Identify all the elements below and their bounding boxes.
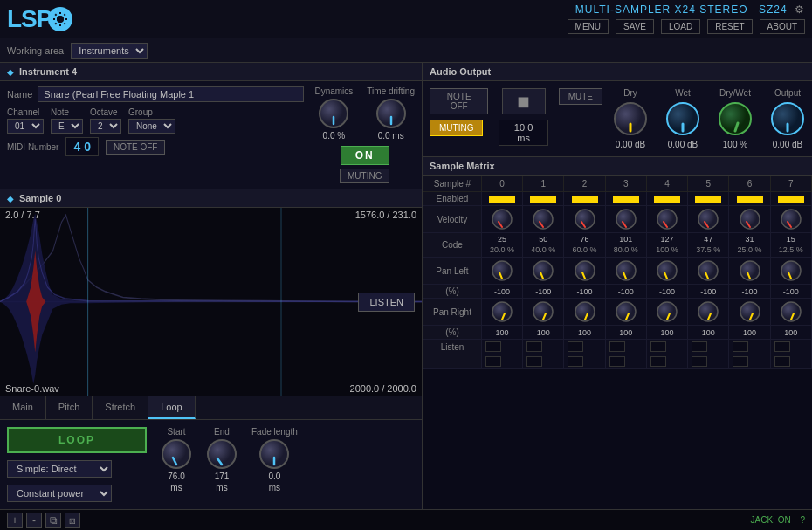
pr-knob-1[interactable] [532, 300, 554, 323]
name-input[interactable] [38, 86, 304, 102]
vel-0[interactable] [481, 206, 522, 233]
paste-button[interactable]: ⧈ [65, 513, 80, 528]
enabled-1[interactable] [523, 192, 564, 206]
save-button[interactable]: SAVE [616, 19, 654, 34]
enabled-3[interactable] [605, 192, 646, 206]
end-knob[interactable] [206, 438, 237, 470]
listen-5[interactable] [688, 340, 729, 354]
pl-3[interactable] [605, 258, 646, 285]
tab-stretch[interactable]: Stretch [93, 396, 148, 419]
vel-4[interactable] [646, 206, 687, 233]
wet-knob[interactable] [665, 101, 700, 136]
pr-knob-5[interactable] [697, 300, 719, 323]
pr-6[interactable] [729, 299, 770, 326]
reset-button[interactable]: RESET [707, 19, 752, 34]
muting-button[interactable]: MUTING [340, 169, 389, 183]
menu-button[interactable]: MENU [568, 19, 609, 34]
pr-knob-2[interactable] [574, 300, 596, 323]
group-select[interactable]: None [128, 119, 175, 134]
pl-2[interactable] [564, 258, 605, 285]
pr-1[interactable] [523, 299, 564, 326]
vel-5[interactable] [688, 206, 729, 233]
tab-main[interactable]: Main [0, 396, 46, 419]
instruments-select[interactable]: Instruments [71, 43, 148, 59]
pl-knob-7[interactable] [780, 259, 802, 282]
note-select[interactable]: E [51, 119, 83, 134]
mute-button[interactable]: MUTE [559, 88, 602, 105]
vel-knob-0[interactable] [491, 208, 513, 231]
dynamics-knob[interactable] [318, 98, 349, 129]
vel-2[interactable] [564, 206, 605, 233]
vel-knob-6[interactable] [739, 208, 761, 231]
pr-knob-7[interactable] [780, 300, 802, 323]
help-label[interactable]: ? [800, 515, 805, 525]
listen-b-3[interactable] [605, 354, 646, 369]
pr-3[interactable] [605, 299, 646, 326]
listen-b-7[interactable] [770, 354, 811, 369]
listen-b-4[interactable] [646, 354, 687, 369]
loop-fade-select[interactable]: Constant power [7, 485, 112, 502]
vel-knob-7[interactable] [780, 208, 802, 231]
about-button[interactable]: ABOUT [760, 19, 805, 34]
pl-knob-6[interactable] [739, 259, 761, 282]
vel-1[interactable] [523, 206, 564, 233]
listen-0[interactable] [481, 340, 522, 354]
vel-knob-4[interactable] [656, 208, 678, 231]
pl-knob-1[interactable] [532, 259, 554, 282]
vel-6[interactable] [729, 206, 770, 233]
add-button[interactable]: + [7, 513, 23, 528]
pl-knob-0[interactable] [491, 259, 513, 282]
remove-button[interactable]: - [26, 513, 42, 528]
tab-loop[interactable]: Loop [148, 396, 195, 419]
pr-4[interactable] [646, 299, 687, 326]
pr-knob-4[interactable] [656, 300, 678, 323]
start-knob[interactable] [161, 438, 192, 470]
pl-4[interactable] [646, 258, 687, 285]
dry-wet-knob[interactable] [718, 101, 753, 136]
load-button[interactable]: LOAD [661, 19, 700, 34]
pl-1[interactable] [523, 258, 564, 285]
listen-b-1[interactable] [523, 354, 564, 369]
loop-button[interactable]: LOOP [7, 427, 147, 453]
pl-6[interactable] [729, 258, 770, 285]
pr-5[interactable] [688, 299, 729, 326]
pr-7[interactable] [770, 299, 811, 326]
vel-knob-5[interactable] [697, 208, 719, 231]
on-button[interactable]: ON [341, 146, 389, 165]
pr-knob-6[interactable] [739, 300, 761, 323]
vel-3[interactable] [605, 206, 646, 233]
pl-5[interactable] [688, 258, 729, 285]
listen-7[interactable] [770, 340, 811, 354]
listen-b-0[interactable] [481, 354, 522, 369]
audio-muting-button[interactable]: MUTING [430, 120, 483, 136]
loop-mode-select[interactable]: Simple: Direct [7, 460, 112, 478]
note-off-button[interactable]: NOTE OFF [106, 140, 166, 155]
enabled-0[interactable] [481, 192, 522, 206]
pr-0[interactable] [481, 299, 522, 326]
listen-button[interactable]: LISTEN [358, 293, 415, 312]
listen-b-5[interactable] [688, 354, 729, 369]
channel-select[interactable]: 01 [7, 119, 44, 134]
listen-2[interactable] [564, 340, 605, 354]
enabled-2[interactable] [564, 192, 605, 206]
listen-b-2[interactable] [564, 354, 605, 369]
pl-7[interactable] [770, 258, 811, 285]
pl-knob-2[interactable] [574, 259, 596, 282]
pl-0[interactable] [481, 258, 522, 285]
audio-note-off-button[interactable]: NOTE OFF [430, 88, 488, 114]
pl-knob-5[interactable] [697, 259, 719, 282]
pr-2[interactable] [564, 299, 605, 326]
enabled-5[interactable] [688, 192, 729, 206]
listen-6[interactable] [729, 340, 770, 354]
tab-pitch[interactable]: Pitch [46, 396, 93, 419]
pl-knob-4[interactable] [656, 259, 678, 282]
pr-knob-0[interactable] [491, 300, 513, 323]
vel-knob-1[interactable] [532, 208, 554, 231]
enabled-6[interactable] [729, 192, 770, 206]
vel-knob-3[interactable] [615, 208, 637, 231]
octave-select[interactable]: 2 [90, 119, 121, 134]
fade-knob[interactable] [258, 438, 290, 470]
output-knob[interactable] [770, 101, 805, 136]
vel-7[interactable] [770, 206, 811, 233]
copy-button[interactable]: ⧉ [45, 513, 61, 528]
